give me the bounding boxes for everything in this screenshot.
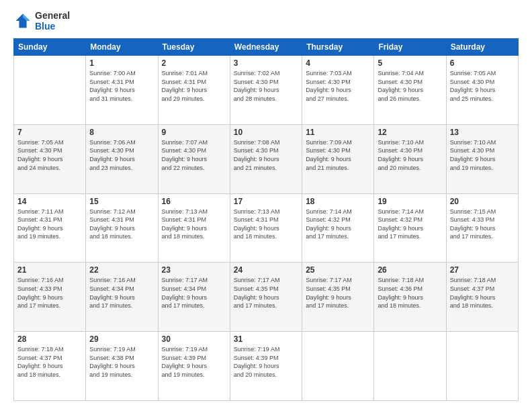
day-number: 6 — [450, 58, 515, 68]
day-info: Sunrise: 7:19 AM Sunset: 4:39 PM Dayligh… — [234, 345, 298, 379]
day-info: Sunrise: 7:17 AM Sunset: 4:35 PM Dayligh… — [306, 276, 370, 310]
calendar-cell: 6Sunrise: 7:05 AM Sunset: 4:30 PM Daylig… — [446, 56, 518, 125]
calendar-week-1: 7Sunrise: 7:05 AM Sunset: 4:30 PM Daylig… — [14, 124, 519, 193]
calendar-week-3: 21Sunrise: 7:16 AM Sunset: 4:33 PM Dayli… — [14, 263, 519, 332]
calendar-cell: 11Sunrise: 7:09 AM Sunset: 4:30 PM Dayli… — [302, 124, 374, 193]
day-info: Sunrise: 7:13 AM Sunset: 4:31 PM Dayligh… — [162, 208, 226, 241]
calendar-cell: 5Sunrise: 7:04 AM Sunset: 4:30 PM Daylig… — [374, 56, 446, 125]
weekday-header-tuesday: Tuesday — [158, 39, 230, 56]
day-number: 14 — [17, 197, 82, 206]
day-info: Sunrise: 7:15 AM Sunset: 4:33 PM Dayligh… — [450, 208, 515, 241]
day-number: 4 — [306, 58, 370, 68]
day-info: Sunrise: 7:14 AM Sunset: 4:32 PM Dayligh… — [306, 208, 370, 241]
day-info: Sunrise: 7:17 AM Sunset: 4:34 PM Dayligh… — [162, 276, 226, 310]
calendar-cell: 30Sunrise: 7:19 AM Sunset: 4:39 PM Dayli… — [158, 332, 230, 401]
weekday-header-row: SundayMondayTuesdayWednesdayThursdayFrid… — [14, 39, 519, 56]
calendar-cell: 13Sunrise: 7:10 AM Sunset: 4:30 PM Dayli… — [446, 124, 518, 193]
calendar-cell: 22Sunrise: 7:16 AM Sunset: 4:34 PM Dayli… — [86, 263, 158, 332]
calendar-week-4: 28Sunrise: 7:18 AM Sunset: 4:37 PM Dayli… — [14, 332, 519, 401]
calendar-cell: 28Sunrise: 7:18 AM Sunset: 4:37 PM Dayli… — [14, 332, 86, 401]
day-info: Sunrise: 7:13 AM Sunset: 4:31 PM Dayligh… — [234, 208, 298, 241]
calendar-cell: 2Sunrise: 7:01 AM Sunset: 4:31 PM Daylig… — [158, 56, 230, 125]
calendar-cell: 19Sunrise: 7:14 AM Sunset: 4:32 PM Dayli… — [374, 193, 446, 263]
day-info: Sunrise: 7:17 AM Sunset: 4:35 PM Dayligh… — [234, 276, 298, 310]
day-info: Sunrise: 7:14 AM Sunset: 4:32 PM Dayligh… — [378, 208, 442, 241]
day-info: Sunrise: 7:18 AM Sunset: 4:37 PM Dayligh… — [450, 276, 515, 310]
calendar-cell: 8Sunrise: 7:06 AM Sunset: 4:30 PM Daylig… — [86, 124, 158, 193]
day-number: 19 — [378, 197, 442, 206]
day-number: 18 — [306, 197, 370, 206]
calendar-cell: 16Sunrise: 7:13 AM Sunset: 4:31 PM Dayli… — [158, 193, 230, 263]
calendar-table: SundayMondayTuesdayWednesdayThursdayFrid… — [13, 38, 519, 401]
day-info: Sunrise: 7:12 AM Sunset: 4:31 PM Dayligh… — [89, 208, 154, 241]
calendar-cell: 29Sunrise: 7:19 AM Sunset: 4:38 PM Dayli… — [86, 332, 158, 401]
day-info: Sunrise: 7:10 AM Sunset: 4:30 PM Dayligh… — [450, 138, 515, 172]
calendar-cell: 20Sunrise: 7:15 AM Sunset: 4:33 PM Dayli… — [446, 193, 518, 263]
day-info: Sunrise: 7:03 AM Sunset: 4:30 PM Dayligh… — [306, 69, 370, 103]
day-number: 24 — [234, 265, 298, 275]
day-number: 9 — [162, 128, 226, 137]
calendar-cell: 10Sunrise: 7:08 AM Sunset: 4:30 PM Dayli… — [230, 124, 302, 193]
calendar-cell: 18Sunrise: 7:14 AM Sunset: 4:32 PM Dayli… — [302, 193, 374, 263]
day-number: 27 — [450, 265, 515, 275]
calendar-cell: 31Sunrise: 7:19 AM Sunset: 4:39 PM Dayli… — [230, 332, 302, 401]
day-info: Sunrise: 7:16 AM Sunset: 4:34 PM Dayligh… — [89, 276, 154, 310]
calendar-cell: 1Sunrise: 7:00 AM Sunset: 4:31 PM Daylig… — [86, 56, 158, 125]
calendar-week-0: 1Sunrise: 7:00 AM Sunset: 4:31 PM Daylig… — [14, 56, 519, 125]
day-info: Sunrise: 7:08 AM Sunset: 4:30 PM Dayligh… — [234, 138, 298, 172]
calendar-cell: 27Sunrise: 7:18 AM Sunset: 4:37 PM Dayli… — [446, 263, 518, 332]
day-number: 11 — [306, 128, 370, 137]
day-number: 13 — [450, 128, 515, 137]
calendar-cell — [302, 332, 374, 401]
day-number: 7 — [17, 128, 82, 137]
calendar-cell: 9Sunrise: 7:07 AM Sunset: 4:30 PM Daylig… — [158, 124, 230, 193]
calendar-cell: 15Sunrise: 7:12 AM Sunset: 4:31 PM Dayli… — [86, 193, 158, 263]
weekday-header-monday: Monday — [86, 39, 158, 56]
day-info: Sunrise: 7:09 AM Sunset: 4:30 PM Dayligh… — [306, 138, 370, 172]
day-info: Sunrise: 7:18 AM Sunset: 4:36 PM Dayligh… — [378, 276, 442, 310]
day-number: 5 — [378, 58, 442, 68]
day-number: 2 — [162, 58, 226, 68]
day-number: 31 — [234, 334, 298, 344]
calendar-cell: 25Sunrise: 7:17 AM Sunset: 4:35 PM Dayli… — [302, 263, 374, 332]
day-info: Sunrise: 7:16 AM Sunset: 4:33 PM Dayligh… — [17, 276, 82, 310]
day-number: 29 — [89, 334, 154, 344]
day-number: 16 — [162, 197, 226, 206]
calendar-cell: 24Sunrise: 7:17 AM Sunset: 4:35 PM Dayli… — [230, 263, 302, 332]
day-number: 8 — [89, 128, 154, 137]
calendar-cell: 23Sunrise: 7:17 AM Sunset: 4:34 PM Dayli… — [158, 263, 230, 332]
day-number: 12 — [378, 128, 442, 137]
logo-text: General Blue — [35, 10, 70, 32]
page: General Blue SundayMondayTuesdayWednesda… — [0, 0, 532, 411]
day-number: 3 — [234, 58, 298, 68]
day-number: 28 — [17, 334, 82, 344]
calendar-cell: 7Sunrise: 7:05 AM Sunset: 4:30 PM Daylig… — [14, 124, 86, 193]
calendar-week-2: 14Sunrise: 7:11 AM Sunset: 4:31 PM Dayli… — [14, 193, 519, 263]
weekday-header-saturday: Saturday — [446, 39, 518, 56]
day-number: 26 — [378, 265, 442, 275]
logo: General Blue — [13, 10, 70, 32]
calendar-cell — [374, 332, 446, 401]
calendar-cell — [14, 56, 86, 125]
weekday-header-thursday: Thursday — [302, 39, 374, 56]
day-number: 23 — [162, 265, 226, 275]
weekday-header-wednesday: Wednesday — [230, 39, 302, 56]
calendar-cell: 3Sunrise: 7:02 AM Sunset: 4:30 PM Daylig… — [230, 56, 302, 125]
day-number: 30 — [162, 334, 226, 344]
day-number: 21 — [17, 265, 82, 275]
day-number: 15 — [89, 197, 154, 206]
day-info: Sunrise: 7:01 AM Sunset: 4:31 PM Dayligh… — [162, 69, 226, 103]
header: General Blue — [13, 10, 519, 32]
day-number: 20 — [450, 197, 515, 206]
day-number: 10 — [234, 128, 298, 137]
day-info: Sunrise: 7:18 AM Sunset: 4:37 PM Dayligh… — [17, 345, 82, 379]
day-info: Sunrise: 7:19 AM Sunset: 4:39 PM Dayligh… — [162, 345, 226, 379]
logo-icon — [13, 11, 32, 30]
calendar-cell: 26Sunrise: 7:18 AM Sunset: 4:36 PM Dayli… — [374, 263, 446, 332]
day-number: 25 — [306, 265, 370, 275]
day-info: Sunrise: 7:06 AM Sunset: 4:30 PM Dayligh… — [89, 138, 154, 172]
day-info: Sunrise: 7:05 AM Sunset: 4:30 PM Dayligh… — [450, 69, 515, 103]
day-info: Sunrise: 7:11 AM Sunset: 4:31 PM Dayligh… — [17, 208, 82, 241]
calendar-cell: 21Sunrise: 7:16 AM Sunset: 4:33 PM Dayli… — [14, 263, 86, 332]
day-number: 17 — [234, 197, 298, 206]
